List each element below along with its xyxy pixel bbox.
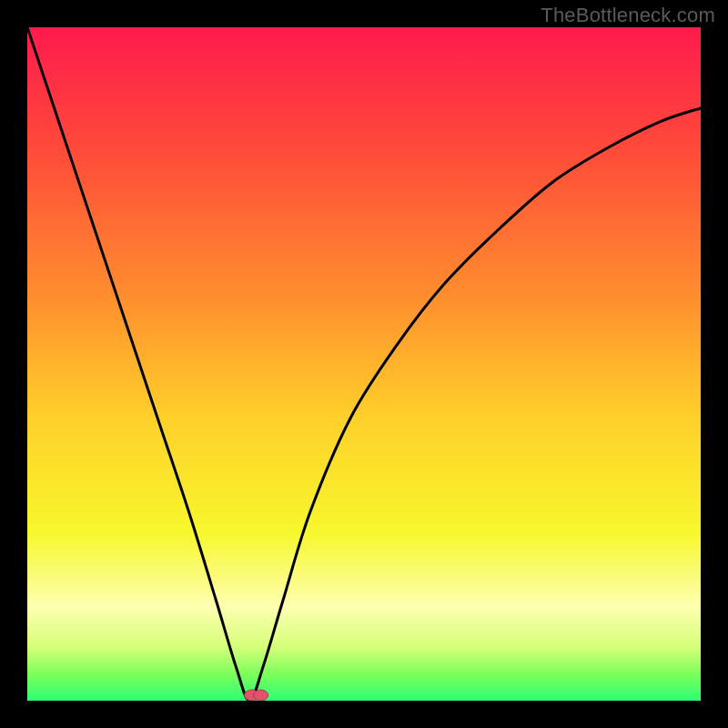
- plot-area: [27, 27, 701, 701]
- chart-svg: [27, 27, 701, 701]
- chart-frame: TheBottleneck.com: [0, 0, 728, 728]
- gradient-background: [27, 27, 701, 701]
- watermark-text: TheBottleneck.com: [541, 4, 715, 27]
- optimal-marker: [245, 690, 268, 701]
- svg-point-1: [254, 690, 268, 701]
